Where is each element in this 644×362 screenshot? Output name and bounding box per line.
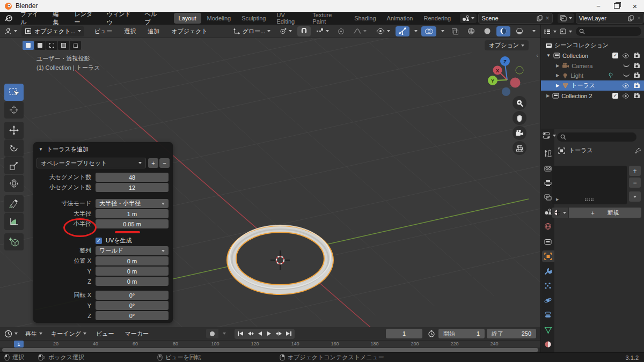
blender-menu-icon[interactable] bbox=[4, 14, 13, 22]
use-preview-range-button[interactable] bbox=[428, 330, 435, 337]
workspace-tab-uv-editing[interactable]: UV Editing bbox=[272, 13, 306, 24]
viewlayer-name-field[interactable]: ViewLayer × bbox=[576, 13, 644, 24]
expand-icon[interactable]: ▼ bbox=[546, 53, 551, 58]
disable-render-camera-icon[interactable] bbox=[633, 93, 640, 99]
preset-add-button[interactable]: + bbox=[148, 158, 158, 168]
current-frame-field[interactable]: 1 bbox=[386, 329, 422, 338]
tab-world[interactable] bbox=[542, 220, 554, 232]
properties-search-input[interactable] bbox=[557, 132, 636, 142]
tab-physics[interactable] bbox=[542, 294, 554, 306]
timeline-ruler[interactable]: 20 40 60 80 100 120 140 160 180 200 220 … bbox=[0, 341, 540, 348]
dimensions-mode-select[interactable]: 大半径・小半径 bbox=[96, 199, 169, 208]
select-mode-subtract[interactable] bbox=[46, 41, 57, 50]
previous-keyframe-button[interactable] bbox=[245, 329, 255, 338]
tab-material[interactable] bbox=[542, 338, 554, 350]
viewport-3d[interactable]: ユーザー・透視投影 (1) Collection | トーラス オプション ‹ … bbox=[0, 38, 540, 327]
shading-dropdown[interactable] bbox=[529, 26, 537, 36]
navigation-gizmo[interactable]: Z X Y bbox=[483, 54, 529, 97]
play-button[interactable] bbox=[265, 329, 274, 338]
hidden-eye-icon[interactable] bbox=[623, 72, 630, 77]
next-keyframe-button[interactable] bbox=[274, 329, 284, 338]
slot-expand-icon[interactable]: ▶ bbox=[556, 197, 559, 202]
tool-rotate[interactable] bbox=[4, 139, 24, 157]
tab-collection-properties[interactable] bbox=[542, 236, 554, 248]
tool-measure[interactable] bbox=[4, 213, 24, 230]
tab-constraints[interactable] bbox=[542, 309, 554, 321]
location-y-field[interactable]: 0 m bbox=[96, 267, 169, 276]
resize-grip-icon[interactable] bbox=[585, 200, 594, 201]
copy-icon[interactable] bbox=[537, 15, 543, 21]
snap-target-selector[interactable] bbox=[313, 26, 332, 36]
location-x-field[interactable]: 0 m bbox=[96, 256, 169, 265]
workspace-tab-sculpting[interactable]: Sculpting bbox=[237, 13, 270, 24]
snap-toggle[interactable] bbox=[297, 26, 311, 36]
menu-render[interactable]: レンダー bbox=[69, 12, 101, 25]
select-mode-extend[interactable] bbox=[34, 41, 46, 50]
expand-icon[interactable]: ▶ bbox=[546, 93, 550, 98]
shading-rendered-button[interactable] bbox=[513, 26, 526, 36]
generate-uv-checkbox[interactable]: ✓ bbox=[96, 238, 102, 244]
tool-add-primitive[interactable] bbox=[4, 233, 24, 250]
tool-cursor[interactable] bbox=[4, 101, 24, 119]
rotation-x-field[interactable]: 0° bbox=[96, 291, 169, 300]
torus-object[interactable] bbox=[227, 225, 333, 294]
scene-name-field[interactable]: Scene × bbox=[478, 13, 552, 24]
region-collapse-icon[interactable]: ‹ bbox=[536, 52, 538, 58]
gizmo-axis-y[interactable]: Y bbox=[488, 76, 497, 85]
slot-add-button[interactable]: + bbox=[629, 166, 641, 176]
workspace-tab-rendering[interactable]: Rendering bbox=[419, 13, 456, 24]
frame-end-field[interactable]: 終了250 bbox=[487, 329, 536, 338]
slot-remove-button[interactable]: − bbox=[629, 178, 641, 188]
hidden-eye-icon[interactable] bbox=[623, 62, 630, 67]
restore-button[interactable] bbox=[608, 1, 626, 12]
tab-object-properties[interactable] bbox=[542, 250, 554, 262]
menu-object[interactable]: オブジェクト bbox=[165, 25, 214, 38]
menu-help[interactable]: ヘルプ bbox=[140, 12, 166, 25]
select-mode-new[interactable] bbox=[23, 41, 34, 50]
tool-move[interactable] bbox=[4, 122, 24, 139]
disable-render-camera-icon[interactable] bbox=[633, 63, 640, 69]
workspace-tab-animation[interactable]: Animation bbox=[382, 13, 418, 24]
workspace-tab-shading[interactable]: Shading bbox=[349, 13, 380, 24]
workspace-tab-texture-paint[interactable]: Texture Paint bbox=[308, 13, 348, 24]
new-material-button[interactable]: + 新規 bbox=[569, 208, 641, 218]
gizmo-axis-z[interactable]: Z bbox=[500, 56, 510, 66]
outliner-row-collection-2[interactable]: ▶ Collection 2 ✓ bbox=[541, 91, 644, 101]
tab-object-data[interactable] bbox=[542, 324, 554, 336]
overlays-dropdown[interactable] bbox=[437, 26, 446, 36]
align-select[interactable]: ワールド bbox=[96, 246, 169, 255]
major-segments-field[interactable]: 48 bbox=[96, 173, 169, 182]
close-button[interactable]: × bbox=[626, 1, 644, 12]
menu-timeline-view[interactable]: ビュー bbox=[91, 327, 120, 341]
slot-specials-button[interactable] bbox=[629, 191, 641, 202]
hide-eye-icon[interactable] bbox=[622, 93, 630, 99]
editor-type-button[interactable] bbox=[4, 28, 17, 35]
auto-keying-record-button[interactable] bbox=[206, 329, 218, 338]
tool-select-box[interactable] bbox=[4, 84, 24, 101]
tool-scale[interactable] bbox=[4, 157, 24, 174]
viewport-options-dropdown[interactable]: オプション bbox=[485, 40, 529, 50]
minor-radius-field[interactable]: 0.05 m bbox=[96, 219, 169, 228]
xray-toggle[interactable] bbox=[448, 26, 462, 36]
keying-set-dropdown[interactable] bbox=[218, 329, 228, 338]
gizmo-dropdown[interactable] bbox=[411, 26, 419, 36]
proportional-editing-toggle[interactable] bbox=[334, 26, 348, 36]
outliner-editor-type-button[interactable] bbox=[544, 28, 557, 35]
shading-wireframe-button[interactable] bbox=[464, 26, 478, 36]
menu-select[interactable]: 選択 bbox=[118, 25, 142, 38]
frame-start-field[interactable]: 開始1 bbox=[438, 329, 485, 338]
tab-particles[interactable] bbox=[542, 280, 554, 292]
outliner-row-camera[interactable]: ▶ Camera bbox=[541, 61, 644, 71]
outliner-row-scene-collection[interactable]: シーンコレクション bbox=[541, 40, 644, 50]
menu-add[interactable]: 追加 bbox=[142, 25, 165, 38]
hide-eye-icon[interactable] bbox=[622, 53, 630, 58]
expand-icon[interactable]: ▶ bbox=[556, 83, 559, 88]
outliner-search-input[interactable] bbox=[576, 27, 641, 36]
copy-icon[interactable] bbox=[628, 15, 634, 21]
rotation-z-field[interactable]: 0° bbox=[96, 311, 169, 320]
tab-modifiers[interactable] bbox=[542, 265, 554, 277]
tool-transform[interactable] bbox=[4, 175, 24, 192]
menu-marker[interactable]: マーカー bbox=[120, 327, 155, 341]
menu-edit[interactable]: 編集 bbox=[48, 12, 69, 25]
mode-selector[interactable]: オブジェクト... bbox=[21, 26, 84, 36]
